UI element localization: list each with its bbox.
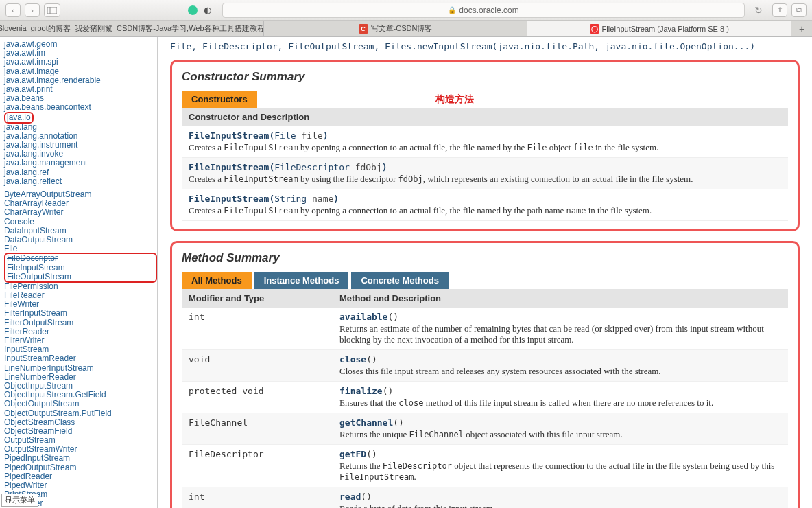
class-link[interactable]: FilterOutputStream (4, 319, 157, 327)
class-link[interactable]: InputStreamReader (4, 354, 157, 363)
method-modifier: FileChannel (189, 417, 339, 440)
csdn-icon: C (359, 24, 368, 34)
constructor-signature[interactable]: FileInputStream(FileDescriptor fdObj) (189, 162, 781, 172)
tab-instance-methods[interactable]: Instance Methods (254, 272, 349, 289)
tab-label: 写文章-CSDN博客 (371, 23, 433, 34)
class-link[interactable]: FileDescriptor (7, 254, 154, 263)
tab-javadoc[interactable]: ◯FileInputStream (Java Platform SE 8 ) (527, 21, 791, 36)
method-row: FileChannelgetChannel()Returns the uniqu… (182, 413, 788, 445)
class-link[interactable]: FileOutputStream (7, 273, 154, 281)
class-link[interactable]: FileInputStream (7, 264, 154, 273)
method-description: Closes this file input stream and releas… (339, 366, 781, 377)
method-header-modifier: Modifier and Type (189, 293, 339, 303)
see-also-links[interactable]: File, FileDescriptor, FileOutputStream, … (170, 41, 800, 51)
method-tabs: All Methods Instance Methods Concrete Me… (182, 272, 788, 289)
class-link[interactable]: DataInputStream (4, 227, 157, 235)
content-area: java.awt.geomjava.awt.imjava.awt.im.spij… (0, 37, 812, 508)
method-description: Ensures that the close method of this fi… (339, 397, 781, 408)
package-link[interactable]: java.lang.management (4, 159, 157, 168)
url-text: docs.oracle.com (459, 5, 518, 15)
constructor-summary-title: Constructor Summary (182, 70, 788, 84)
class-link[interactable]: CharArrayWriter (4, 208, 157, 217)
class-link[interactable]: Console (4, 218, 157, 227)
constructor-description: Creates a FileInputStream by using the f… (189, 174, 781, 185)
method-modifier: void (189, 354, 339, 377)
tab-label: FileInputStream (Java Platform SE 8 ) (602, 25, 729, 33)
class-link[interactable]: PipedOutputStream (4, 463, 157, 472)
method-description: Returns an estimate of the number of rem… (339, 323, 781, 345)
method-summary-title: Method Summary (182, 251, 788, 265)
class-link[interactable]: ObjectOutputStream.PutField (4, 409, 157, 418)
package-link[interactable]: java.lang.ref (4, 168, 157, 177)
constructor-row: FileInputStream(String name)Creates a Fi… (182, 189, 788, 221)
method-name[interactable]: read() (339, 492, 781, 502)
browser-tabs: CSlovenia_groot的博客_我爱猪刚鬣_CSDN博客-Java学习,W… (0, 21, 812, 37)
constructor-row: FileInputStream(FileDescriptor fdObj)Cre… (182, 158, 788, 189)
constructors-tab[interactable]: Constructors (182, 91, 257, 108)
back-button[interactable]: ‹ (5, 3, 21, 17)
method-row: intread()Reads a byte of data from this … (182, 487, 788, 508)
method-header-row: Modifier and Type Method and Description (182, 289, 788, 308)
share-button[interactable]: ⇧ (772, 3, 787, 17)
method-row: protected voidfinalize()Ensures that the… (182, 382, 788, 413)
method-modifier: protected void (189, 386, 339, 408)
forward-button[interactable]: › (25, 3, 40, 17)
constructor-signature[interactable]: FileInputStream(File file) (189, 130, 781, 141)
class-link[interactable]: LineNumberReader (4, 373, 157, 382)
constructor-header: Constructor and Description (182, 108, 788, 126)
new-tab-button[interactable]: + (791, 21, 812, 36)
method-row: FileDescriptorgetFD()Returns the FileDes… (182, 445, 788, 487)
main-content: File, FileDescriptor, FileOutputStream, … (158, 37, 812, 508)
tab-concrete-methods[interactable]: Concrete Methods (351, 272, 448, 289)
method-name[interactable]: finalize() (339, 386, 781, 396)
method-modifier: FileDescriptor (189, 449, 339, 483)
extension-icon[interactable] (188, 5, 198, 15)
method-description: Returns the FileDescriptor object that r… (339, 461, 781, 483)
method-header-desc: Method and Description (339, 293, 781, 303)
method-row: intavailable()Returns an estimate of the… (182, 308, 788, 350)
class-link[interactable]: LineNumberInputStream (4, 364, 157, 373)
package-link[interactable]: java.awt.image (4, 67, 157, 76)
annotation-note: 构造方法 (435, 93, 474, 106)
class-link[interactable]: ObjectOutputStream (4, 400, 157, 408)
method-description: Reads a byte of data from this input str… (339, 503, 781, 508)
package-link[interactable]: java.awt.im.spi (4, 58, 157, 67)
package-link[interactable]: java.lang.reflect (4, 177, 157, 186)
method-modifier: int (189, 312, 339, 345)
constructor-signature[interactable]: FileInputStream(String name) (189, 194, 781, 204)
refresh-button[interactable]: ↻ (754, 5, 763, 16)
sidebar-toggle-button[interactable] (44, 3, 60, 17)
lock-icon: 🔒 (448, 6, 456, 14)
class-link[interactable]: ObjectStreamClass (4, 418, 157, 427)
oracle-icon: ◯ (590, 24, 599, 34)
constructor-summary-box: Constructor Summary Constructors构造方法 Con… (170, 60, 800, 231)
class-link[interactable]: FilterInputStream (4, 309, 157, 318)
package-link[interactable]: java.awt.image.renderable (4, 76, 157, 85)
method-name[interactable]: getChannel() (339, 417, 781, 428)
constructor-description: Creates a FileInputStream by opening a c… (189, 142, 781, 153)
package-link[interactable]: java.beans.beancontext (4, 103, 157, 112)
class-link[interactable]: DataOutputStream (4, 235, 157, 244)
method-name[interactable]: close() (339, 354, 781, 365)
browser-toolbar: ‹ › ◐ 🔒docs.oracle.com ↻ ⇧ ⧉ (0, 0, 812, 21)
tab-all-methods[interactable]: All Methods (182, 272, 252, 289)
package-link[interactable]: java.io (7, 113, 31, 122)
status-bar: 显示菜单 (1, 494, 38, 507)
package-sidebar[interactable]: java.awt.geomjava.awt.imjava.awt.im.spij… (0, 37, 158, 508)
constructor-row: FileInputStream(File file)Creates a File… (182, 126, 788, 158)
url-bar[interactable]: 🔒docs.oracle.com (222, 3, 745, 18)
method-row: voidclose()Closes this file input stream… (182, 350, 788, 382)
package-link[interactable]: java.lang (4, 123, 157, 132)
shield-icon[interactable]: ◐ (202, 5, 213, 16)
method-name[interactable]: available() (339, 312, 781, 322)
class-link[interactable]: PipedInputStream (4, 454, 157, 463)
tab-label: Slovenia_groot的博客_我爱猪刚鬣_CSDN博客-Java学习,We… (0, 23, 264, 34)
method-modifier: int (189, 492, 339, 508)
tabs-button[interactable]: ⧉ (791, 3, 807, 17)
method-description: Returns the unique FileChannel object as… (339, 429, 781, 440)
method-name[interactable]: getFD() (339, 449, 781, 459)
constructor-description: Creates a FileInputStream by opening a c… (189, 205, 781, 216)
tab-csdn-write[interactable]: C写文章-CSDN博客 (264, 21, 528, 36)
method-summary-box: Method Summary All Methods Instance Meth… (170, 241, 800, 508)
tab-csdn-blog[interactable]: CSlovenia_groot的博客_我爱猪刚鬣_CSDN博客-Java学习,W… (0, 21, 264, 36)
